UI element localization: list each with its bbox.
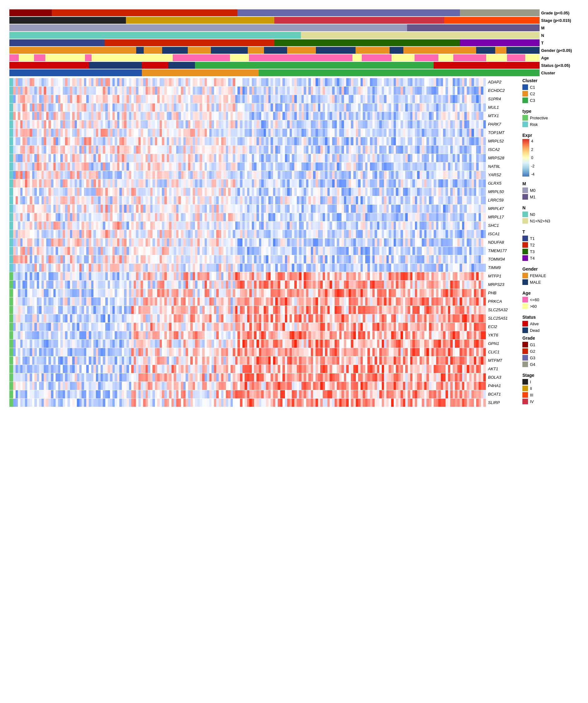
gene-label-MRPL47: MRPL47 <box>488 205 516 213</box>
legend-swatch-G1 <box>522 342 528 347</box>
gene-label-ADAP2: ADAP2 <box>488 78 516 86</box>
legend-swatch-N0 <box>522 212 528 217</box>
heatmap-main-row: ADAP2ECHDC2S1PR4MUL1MTX1PARK7TOP1MTMRPL5… <box>9 78 585 407</box>
gene-label-LRRC59: LRRC59 <box>488 196 516 204</box>
gene-row-CLIC1: CLIC1 <box>9 348 516 356</box>
expr-gradient-row: 420-2-4 <box>522 139 560 176</box>
gene-row-MRPL50: MRPL50 <box>9 188 516 196</box>
legend-item-label-G3: G3 <box>530 356 535 360</box>
annotation-row-0: Grade (p<0.05) <box>9 9 585 16</box>
gene-label-TOP1MT: TOP1MT <box>488 129 516 137</box>
annotation-label-8: Cluster <box>541 71 585 75</box>
legend-swatch-Dead <box>522 327 528 333</box>
gene-label-YKT6: YKT6 <box>488 331 516 339</box>
annotation-row-6: Age <box>9 54 585 61</box>
gene-row-MRPL52: MRPL52 <box>9 137 516 145</box>
gene-heatmap-PHB <box>13 289 487 297</box>
legend-title-type: type <box>522 109 560 114</box>
gene-heatmap-NDUFA8 <box>13 238 487 246</box>
legend-swatch-Alive <box>522 321 528 326</box>
gene-label-AKT1: AKT1 <box>488 365 516 373</box>
legend-section-type: typeProtectiveRisk <box>522 109 560 128</box>
gene-row-BOLA3: BOLA3 <box>9 373 516 382</box>
legend-swatch-C3 <box>522 97 528 103</box>
gene-row-SHC1: SHC1 <box>9 222 516 230</box>
legend-swatch-T2 <box>522 242 528 248</box>
gene-type-bar-SLC25A51 <box>9 314 13 322</box>
legend-item-C1: C1 <box>522 84 560 90</box>
legend-item-G2: G2 <box>522 348 557 354</box>
legend-item-label-IV: IV <box>530 399 534 404</box>
gene-row-MTFMT: MTFMT <box>9 357 516 365</box>
gene-row-YARS2: YARS2 <box>9 171 516 179</box>
legend-section-n: NN0N1+N2+N3 <box>522 205 560 225</box>
gene-row-TOP1MT: TOP1MT <box>9 129 516 137</box>
gene-row-ISCA2: ISCA2 <box>9 146 516 154</box>
legend-item-G4: G4 <box>522 362 557 367</box>
gene-row-TMEM177: TMEM177 <box>9 247 516 255</box>
gene-heatmap-ECI2 <box>13 323 487 331</box>
gene-label-MRPL50: MRPL50 <box>488 188 516 196</box>
legend-title-Stage: Stage <box>522 373 557 378</box>
legend-section-status: StatusAliveDead <box>522 315 560 334</box>
gene-label-NAT8L: NAT8L <box>488 162 516 171</box>
gene-heatmap-MRPL50 <box>13 188 487 196</box>
expr-label--4: -4 <box>531 172 534 176</box>
legend-title-T: T <box>522 229 560 234</box>
annotation-row-4: T <box>9 40 585 46</box>
annotation-rows: Grade (p<0.05)Stage (p<0.015)MNTGender (… <box>9 9 585 77</box>
expr-gradient <box>522 139 529 176</box>
expr-label--2: -2 <box>531 164 534 168</box>
legend-item-label-C1: C1 <box>530 85 535 90</box>
legend-swatch-Risk <box>522 122 528 127</box>
gene-label-MUL1: MUL1 <box>488 103 516 111</box>
gene-row-ISCA1: ISCA1 <box>9 230 516 238</box>
gene-heatmap-NAT8L <box>13 162 487 171</box>
legend-right-col: GradeG1G2G3G4StageIIIIIIIV <box>522 335 557 407</box>
gene-type-bar-MTX1 <box>9 112 13 120</box>
main-container: Grade (p<0.05)Stage (p<0.015)MNTGender (… <box>0 0 588 413</box>
legend-item-label-C3: C3 <box>530 98 535 103</box>
gene-label-PARK7: PARK7 <box>488 120 516 129</box>
gene-type-bar-ECI2 <box>9 323 13 331</box>
gene-heatmap-MTX1 <box>13 112 487 120</box>
legend-swatch-III <box>522 392 528 398</box>
gene-label-NDUFA8: NDUFA8 <box>488 238 516 246</box>
gene-type-bar-NAT8L <box>9 162 13 171</box>
annotation-bar-5 <box>9 47 539 54</box>
legend-item-label-Risk: Risk <box>530 122 538 127</box>
gene-row-YKT6: YKT6 <box>9 331 516 339</box>
gene-heatmap-BOLA3 <box>13 373 487 382</box>
legend-item-Alive: Alive <box>522 321 560 326</box>
gene-heatmap-MRPL47 <box>13 205 487 213</box>
gene-label-SLIRP: SLIRP <box>488 399 516 407</box>
annotation-bar-0 <box>9 9 539 16</box>
gene-row-TIMM9: TIMM9 <box>9 264 516 272</box>
gene-label-MTFMT: MTFMT <box>488 357 516 365</box>
legend-section-age: Age<=60>60 <box>522 291 560 310</box>
legend-title-Gender: Gender <box>522 266 560 271</box>
gene-row-S1PR4: S1PR4 <box>9 95 516 103</box>
annotation-label-6: Age <box>541 56 585 60</box>
gene-heatmap-TOP1MT <box>13 129 487 137</box>
gene-type-bar-NDUFA8 <box>9 238 13 246</box>
annotation-label-2: M <box>541 26 585 30</box>
legend-item-label-MALE: MALE <box>530 280 541 285</box>
gene-row-MRPL47: MRPL47 <box>9 205 516 213</box>
gene-label-BOLA3: BOLA3 <box>488 373 516 382</box>
gene-type-bar-MUL1 <box>9 103 13 111</box>
gene-type-bar-P4HA1 <box>9 382 13 390</box>
legend-section-cluster: ClusterC1C2C3 <box>522 78 560 104</box>
gene-heatmap-GLRX5 <box>13 179 487 187</box>
heatmap-grid: ADAP2ECHDC2S1PR4MUL1MTX1PARK7TOP1MTMRPL5… <box>9 78 516 407</box>
gene-type-bar-MRPS23 <box>9 281 13 289</box>
gene-label-TMEM177: TMEM177 <box>488 247 516 255</box>
expr-label-0: 0 <box>531 156 534 160</box>
gene-type-bar-MTFMT <box>9 357 13 365</box>
legend-swatch-II <box>522 386 528 391</box>
gene-row-ECI2: ECI2 <box>9 323 516 331</box>
gene-heatmap-P4HA1 <box>13 382 487 390</box>
gene-heatmap-MTFMT <box>13 357 487 365</box>
gene-row-NAT8L: NAT8L <box>9 162 516 171</box>
gene-row-MTFP1: MTFP1 <box>9 272 516 280</box>
